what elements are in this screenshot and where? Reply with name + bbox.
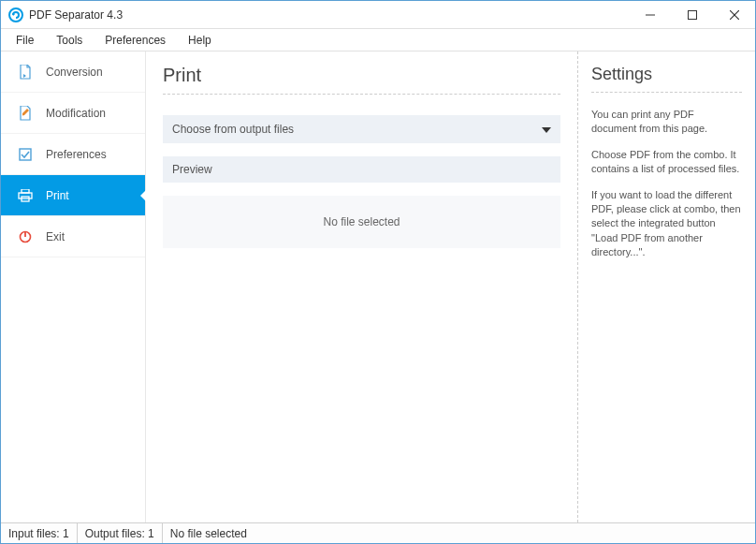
sidebar-item-print[interactable]: Print bbox=[1, 175, 145, 216]
edit-icon bbox=[18, 106, 33, 121]
status-input-files: Input files: 1 bbox=[1, 523, 78, 543]
output-file-combo[interactable]: Choose from output files bbox=[163, 115, 560, 143]
sidebar-item-label: Print bbox=[46, 189, 69, 202]
app-icon bbox=[8, 7, 23, 22]
statusbar: Input files: 1 Output files: 1 No file s… bbox=[1, 522, 755, 543]
settings-text: You can print any PDF document from this… bbox=[591, 108, 742, 137]
sidebar-item-label: Exit bbox=[46, 230, 65, 243]
menu-help[interactable]: Help bbox=[179, 32, 221, 49]
sidebar-item-label: Preferences bbox=[46, 148, 107, 161]
main: Print Choose from output files Preview N… bbox=[146, 51, 755, 522]
settings-text: If you want to load the different PDF, p… bbox=[591, 188, 742, 260]
status-message: No file selected bbox=[163, 523, 755, 543]
preview-header: Preview bbox=[163, 156, 560, 183]
menu-file[interactable]: File bbox=[7, 32, 43, 49]
close-button[interactable] bbox=[713, 1, 755, 28]
svg-rect-3 bbox=[688, 10, 696, 19]
sidebar-item-exit[interactable]: Exit bbox=[1, 216, 145, 257]
sidebar-item-modification[interactable]: Modification bbox=[1, 93, 145, 134]
maximize-button[interactable] bbox=[671, 1, 713, 28]
body: Conversion Modification Preferences Prin… bbox=[1, 51, 755, 522]
page-title: Print bbox=[163, 65, 560, 95]
svg-rect-6 bbox=[20, 149, 31, 160]
power-icon bbox=[18, 229, 33, 244]
content: Print Choose from output files Preview N… bbox=[146, 51, 577, 522]
sidebar-item-label: Modification bbox=[46, 107, 106, 120]
sidebar-item-conversion[interactable]: Conversion bbox=[1, 51, 145, 93]
menu-tools[interactable]: Tools bbox=[47, 32, 92, 49]
settings-panel: Settings You can print any PDF document … bbox=[577, 51, 755, 522]
menubar: File Tools Preferences Help bbox=[1, 29, 755, 51]
svg-point-0 bbox=[9, 8, 22, 22]
titlebar: PDF Separator 4.3 bbox=[1, 1, 755, 29]
settings-text: Choose PDF from the combo. It contains a… bbox=[591, 148, 742, 177]
window-buttons bbox=[629, 1, 755, 28]
sidebar: Conversion Modification Preferences Prin… bbox=[1, 51, 146, 522]
document-icon bbox=[18, 65, 33, 80]
sidebar-item-label: Conversion bbox=[46, 66, 103, 79]
menu-preferences[interactable]: Preferences bbox=[95, 32, 175, 49]
printer-icon bbox=[18, 188, 33, 203]
chevron-down-icon bbox=[542, 123, 551, 136]
preview-empty-text: No file selected bbox=[323, 215, 400, 228]
checkbox-icon bbox=[18, 147, 33, 162]
minimize-button[interactable] bbox=[629, 1, 671, 28]
window-title: PDF Separator 4.3 bbox=[29, 8, 629, 22]
status-output-files: Output files: 1 bbox=[78, 523, 163, 543]
sidebar-item-preferences[interactable]: Preferences bbox=[1, 134, 145, 175]
svg-rect-8 bbox=[19, 193, 32, 198]
settings-title: Settings bbox=[591, 65, 742, 93]
preview-area: No file selected bbox=[163, 196, 560, 248]
combo-label: Choose from output files bbox=[172, 123, 294, 136]
